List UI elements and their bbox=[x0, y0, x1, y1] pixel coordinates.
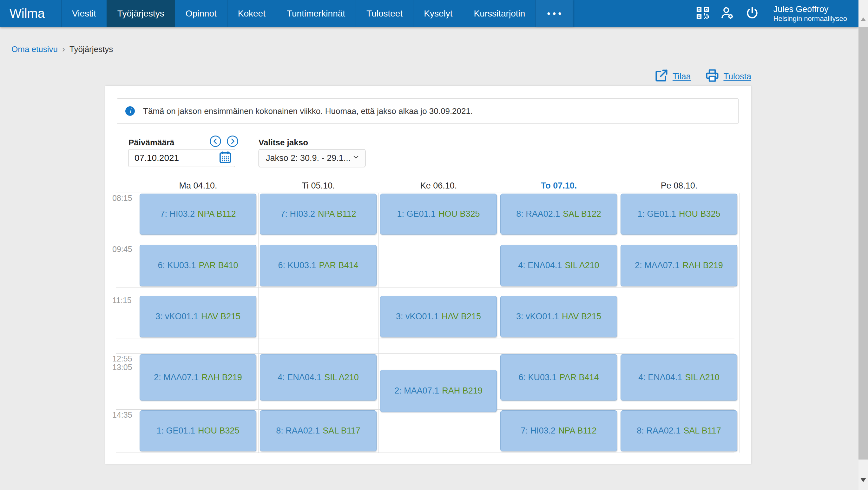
lesson-cell[interactable]: 6: KU03.1PAR B414 bbox=[500, 354, 617, 400]
subscribe-label: Tilaa bbox=[673, 72, 691, 82]
info-icon: i bbox=[125, 106, 135, 116]
day-header-ti-05-10: Ti 05.10. bbox=[258, 181, 378, 191]
chevron-down-icon bbox=[352, 153, 360, 163]
room-info: PAR B414 bbox=[319, 261, 359, 270]
lesson-cell[interactable]: 8: RAA02.1SAL B117 bbox=[621, 410, 737, 451]
page-actions: Tilaa Tulosta bbox=[654, 68, 751, 85]
navbar-right: Jules Geoffroy Helsingin normaalilyseo bbox=[690, 0, 859, 27]
room-info: NPA B112 bbox=[198, 209, 236, 219]
course-code: 8: RAA02.1 bbox=[516, 209, 560, 219]
lesson-cell[interactable]: 7: HI03.2NPA B112 bbox=[500, 410, 617, 451]
day-header-ma-04-10: Ma 04.10. bbox=[138, 181, 258, 191]
grid-line bbox=[116, 236, 735, 236]
lesson-cell[interactable]: 1: GE01.1HOU B325 bbox=[380, 193, 497, 235]
user-info[interactable]: Jules Geoffroy Helsingin normaalilyseo bbox=[773, 4, 847, 23]
room-info: RAH B219 bbox=[682, 261, 723, 270]
breadcrumb-home-link[interactable]: Oma etusivu bbox=[11, 44, 58, 54]
lesson-cell[interactable]: 8: RAA02.1SAL B122 bbox=[500, 193, 617, 235]
course-code: 2: MAA07.1 bbox=[635, 261, 680, 270]
qr-code-button[interactable] bbox=[690, 0, 715, 27]
wilma-logo[interactable]: Wilma bbox=[0, 0, 61, 27]
chevron-left-circle-icon bbox=[209, 144, 221, 148]
info-text: Tämä on jakson ensimmäinen kokonainen vi… bbox=[143, 106, 473, 116]
scrollbar-thumb[interactable] bbox=[859, 27, 868, 460]
lesson-cell[interactable]: 2: MAA07.1RAH B219 bbox=[140, 354, 256, 400]
day-header-ke-06-10: Ke 06.10. bbox=[378, 181, 499, 191]
next-day-button[interactable] bbox=[226, 135, 239, 147]
room-info: HAV B215 bbox=[442, 312, 481, 321]
grid-line bbox=[499, 193, 499, 453]
grid-line bbox=[116, 287, 735, 288]
prev-day-button[interactable] bbox=[209, 135, 221, 147]
course-code: 7: HI03.2 bbox=[160, 209, 195, 219]
period-value: Jakso 2: 30.9. - 29.1... bbox=[266, 153, 350, 163]
lesson-cell[interactable]: 3: vKO01.1HAV B215 bbox=[380, 296, 497, 337]
lesson-cell[interactable]: 3: vKO01.1HAV B215 bbox=[140, 296, 256, 337]
course-code: 4: ENA04.1 bbox=[278, 373, 321, 382]
room-info: RAH B219 bbox=[202, 373, 242, 382]
course-code: 7: HI03.2 bbox=[280, 209, 315, 219]
time-label: 11:15 bbox=[112, 296, 132, 305]
lesson-cell[interactable]: 1: GE01.1HOU B325 bbox=[621, 193, 737, 235]
grid-line bbox=[739, 193, 740, 453]
room-info: SIL A210 bbox=[685, 373, 719, 382]
lesson-cell[interactable]: 7: HI03.2NPA B112 bbox=[140, 193, 256, 235]
scrollbar-down-arrow[interactable] bbox=[860, 478, 866, 482]
lesson-cell[interactable]: 7: HI03.2NPA B112 bbox=[260, 193, 377, 235]
course-code: 4: ENA04.1 bbox=[638, 373, 682, 382]
nav-tab-opinnot[interactable]: Opinnot bbox=[175, 0, 227, 27]
subscribe-link[interactable]: Tilaa bbox=[654, 68, 691, 85]
grid-line bbox=[116, 453, 735, 453]
lesson-cell[interactable]: 6: KU03.1PAR B410 bbox=[140, 245, 256, 286]
lesson-cell[interactable]: 2: MAA07.1RAH B219 bbox=[380, 370, 497, 412]
print-label: Tulosta bbox=[723, 72, 751, 82]
room-info: PAR B410 bbox=[199, 261, 238, 270]
lesson-cell[interactable]: 4: ENA04.1SIL A210 bbox=[621, 354, 737, 400]
room-info: HOU B325 bbox=[198, 426, 240, 436]
calendar-icon bbox=[218, 150, 232, 166]
lesson-cell[interactable]: 2: MAA07.1RAH B219 bbox=[621, 245, 737, 286]
nav-tab-viestit[interactable]: Viestit bbox=[61, 0, 106, 27]
nav-tab-kurssitarjotin[interactable]: Kurssitarjotin bbox=[463, 0, 535, 27]
main-nav: ViestitTyöjärjestysOpinnotKokeetTuntimer… bbox=[61, 0, 535, 27]
lesson-cell[interactable]: 3: vKO01.1HAV B215 bbox=[500, 296, 617, 337]
room-info: HAV B215 bbox=[562, 312, 601, 321]
room-info: SAL B117 bbox=[323, 426, 361, 436]
grid-line bbox=[116, 353, 735, 354]
print-link[interactable]: Tulosta bbox=[705, 68, 751, 85]
nav-tab-ty-j-rjestys[interactable]: Työjärjestys bbox=[106, 0, 175, 27]
nav-tab-kyselyt[interactable]: Kyselyt bbox=[413, 0, 463, 27]
schedule-card: i Tämä on jakson ensimmäinen kokonainen … bbox=[105, 86, 751, 464]
logout-button[interactable] bbox=[740, 0, 765, 27]
course-code: 6: KU03.1 bbox=[158, 261, 196, 270]
lesson-cell[interactable]: 4: ENA04.1SIL A210 bbox=[500, 245, 617, 286]
date-label: Päivämäärä bbox=[128, 138, 175, 148]
scrollbar[interactable] bbox=[859, 0, 868, 490]
course-code: 7: HI03.2 bbox=[521, 426, 556, 436]
user-settings-button[interactable] bbox=[715, 0, 740, 27]
time-label: 09:45 bbox=[112, 245, 132, 253]
course-code: 8: RAA02.1 bbox=[637, 426, 681, 436]
room-info: SIL A210 bbox=[324, 373, 359, 382]
nav-tab-kokeet[interactable]: Kokeet bbox=[227, 0, 276, 27]
timetable-grid: Ma 04.10.Ti 05.10.Ke 06.10.To 07.10.Pe 0… bbox=[111, 179, 739, 454]
nav-more-button[interactable]: ••• bbox=[535, 0, 573, 27]
room-info: SAL B117 bbox=[683, 426, 721, 436]
period-select[interactable]: Jakso 2: 30.9. - 29.1... bbox=[258, 149, 366, 167]
day-header-pe-08-10: Pe 08.10. bbox=[619, 181, 739, 191]
course-code: 1: GE01.1 bbox=[156, 426, 195, 436]
lesson-cell[interactable]: 8: RAA02.1SAL B117 bbox=[260, 410, 377, 451]
lesson-cell[interactable]: 4: ENA04.1SIL A210 bbox=[260, 354, 377, 400]
course-code: 1: GE01.1 bbox=[397, 209, 436, 219]
lesson-cell[interactable]: 1: GE01.1HOU B325 bbox=[140, 410, 256, 451]
nav-tab-tulosteet[interactable]: Tulosteet bbox=[355, 0, 413, 27]
scrollbar-up-arrow[interactable] bbox=[861, 18, 866, 21]
room-info: NPA B112 bbox=[558, 426, 597, 436]
time-label: 14:35 bbox=[112, 411, 132, 419]
info-banner: i Tämä on jakson ensimmäinen kokonainen … bbox=[117, 98, 739, 124]
nav-tab-tuntimerkinn-t[interactable]: Tuntimerkinnät bbox=[276, 0, 355, 27]
printer-icon bbox=[705, 68, 719, 85]
date-input[interactable]: 07.10.2021 bbox=[128, 149, 235, 167]
lesson-cell[interactable]: 6: KU03.1PAR B414 bbox=[260, 245, 377, 286]
breadcrumb-separator: › bbox=[62, 44, 65, 54]
